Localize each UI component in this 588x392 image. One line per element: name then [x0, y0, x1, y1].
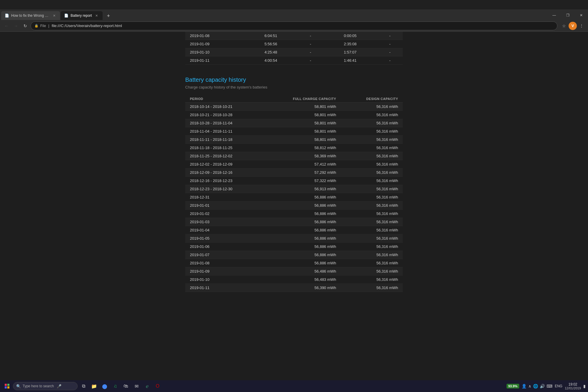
- usage-table-row: 2019-01-11 4:00:54 - 1:46:41 -: [185, 56, 403, 65]
- cap-design: 56,316 mWh: [341, 193, 403, 201]
- capacity-table-row: 2019-01-01 56,886 mWh 56,316 mWh: [185, 201, 403, 210]
- window-controls: — ❒ ✕: [547, 11, 588, 20]
- cap-design: 56,316 mWh: [341, 111, 403, 119]
- tab-1-title: How to fix the Wrong estimate t...: [11, 14, 49, 18]
- usage-table-row: 2019-01-09 5:56:56 - 2:35:08 -: [185, 40, 403, 48]
- cap-design: 56,316 mWh: [341, 259, 403, 267]
- cap-period: 2019-01-10: [185, 276, 262, 284]
- close-button[interactable]: ✕: [574, 11, 588, 20]
- cap-full-charge: 56,390 mWh: [262, 284, 341, 292]
- cap-full-charge: 56,886 mWh: [262, 243, 341, 251]
- capacity-table-row: 2018-12-16 - 2018-12-23 57,322 mWh 56,31…: [185, 177, 403, 185]
- usage-period: 2019-01-08: [185, 32, 244, 40]
- capacity-table-row: 2019-01-07 56,886 mWh 56,316 mWh: [185, 251, 403, 259]
- usage-ac-off: -: [298, 32, 323, 40]
- cap-full-charge: 56,886 mWh: [262, 234, 341, 243]
- capacity-table-row: 2018-10-21 - 2018-10-28 58,801 mWh 56,31…: [185, 111, 403, 119]
- forward-button[interactable]: →: [12, 22, 20, 30]
- cap-full-charge: 56,886 mWh: [262, 226, 341, 234]
- star-button[interactable]: ☆: [560, 22, 568, 30]
- menu-button[interactable]: ⋮: [577, 22, 586, 30]
- tab-2[interactable]: 📄 Battery report ✕: [61, 11, 103, 20]
- col-full-charge-header: FULL CHARGE CAPACITY: [262, 95, 341, 103]
- tab-1-favicon: 📄: [5, 14, 9, 18]
- cap-full-charge: 56,483 mWh: [262, 276, 341, 284]
- usage-ac-off: -: [298, 56, 323, 65]
- usage-dc-off: -: [377, 56, 403, 65]
- usage-dc-off: -: [377, 32, 403, 40]
- cap-full-charge: 57,412 mWh: [262, 160, 341, 169]
- capacity-table-row: 2019-01-10 56,483 mWh 56,316 mWh: [185, 276, 403, 284]
- cap-design: 56,316 mWh: [341, 218, 403, 226]
- cap-design: 56,316 mWh: [341, 210, 403, 218]
- refresh-button[interactable]: ↻: [21, 22, 29, 30]
- cap-period: 2018-10-21 - 2018-10-28: [185, 111, 262, 119]
- url-actions: ☆ V ⋮: [560, 22, 586, 30]
- usage-dc-on: 2:35:08: [323, 40, 377, 48]
- new-tab-button[interactable]: +: [104, 12, 113, 20]
- capacity-table-row: 2018-11-04 - 2018-11-11 58,801 mWh 56,31…: [185, 127, 403, 136]
- cap-period: 2019-01-06: [185, 243, 262, 251]
- usage-ac-off: -: [298, 40, 323, 48]
- cap-full-charge: 58,801 mWh: [262, 119, 341, 127]
- tab-1[interactable]: 📄 How to fix the Wrong estimate t... ✕: [1, 11, 60, 20]
- capacity-table-row: 2019-01-06 56,886 mWh 56,316 mWh: [185, 243, 403, 251]
- cap-design: 56,316 mWh: [341, 234, 403, 243]
- cap-design: 56,316 mWh: [341, 160, 403, 169]
- cap-period: 2018-11-11 - 2018-11-18: [185, 136, 262, 144]
- section-subtitle: Charge capacity history of the system's …: [185, 85, 403, 89]
- cap-period: 2019-01-11: [185, 284, 262, 292]
- usage-period: 2019-01-11: [185, 56, 244, 65]
- capacity-table-row: 2018-12-31 56,886 mWh 56,316 mWh: [185, 193, 403, 201]
- cap-period: 2019-01-09: [185, 267, 262, 276]
- tab-2-close[interactable]: ✕: [94, 13, 99, 18]
- usage-dc-off: -: [377, 48, 403, 56]
- cap-design: 56,316 mWh: [341, 276, 403, 284]
- tab-1-close[interactable]: ✕: [52, 13, 56, 18]
- cap-period: 2018-10-28 - 2018-11-04: [185, 119, 262, 127]
- cap-full-charge: 57,322 mWh: [262, 177, 341, 185]
- capacity-table-row: 2018-10-14 - 2018-10-21 58,801 mWh 56,31…: [185, 103, 403, 111]
- capacity-table-row: 2018-11-11 - 2018-11-18 58,801 mWh 56,31…: [185, 136, 403, 144]
- cap-period: 2018-12-23 - 2018-12-30: [185, 185, 262, 193]
- capacity-history-section: Battery capacity history Charge capacity…: [185, 76, 403, 292]
- cap-design: 56,316 mWh: [341, 136, 403, 144]
- capacity-table-row: 2018-10-28 - 2018-11-04 58,801 mWh 56,31…: [185, 119, 403, 127]
- cap-full-charge: 56,886 mWh: [262, 259, 341, 267]
- user-avatar[interactable]: V: [569, 22, 577, 30]
- usage-ac-on: 6:04:51: [244, 32, 298, 40]
- cap-design: 56,316 mWh: [341, 127, 403, 136]
- cap-design: 56,316 mWh: [341, 243, 403, 251]
- usage-history-table: 2019-01-08 6:04:51 - 0:00:05 - 2019-01-0…: [185, 32, 403, 65]
- url-bar[interactable]: 🔒 File | file:///C:/Users/Veerain/batter…: [31, 21, 557, 30]
- usage-ac-off: -: [298, 48, 323, 56]
- cap-design: 56,316 mWh: [341, 251, 403, 259]
- url-separator: |: [48, 24, 49, 28]
- cap-full-charge: 58,812 mWh: [262, 144, 341, 152]
- cap-period: 2018-12-09 - 2018-12-16: [185, 169, 262, 177]
- cap-period: 2018-10-14 - 2018-10-21: [185, 103, 262, 111]
- maximize-button[interactable]: ❒: [561, 11, 574, 20]
- cap-design: 56,316 mWh: [341, 144, 403, 152]
- tab-2-favicon: 📄: [64, 14, 68, 18]
- cap-design: 56,316 mWh: [341, 226, 403, 234]
- back-button[interactable]: ←: [2, 22, 11, 30]
- cap-full-charge: 58,801 mWh: [262, 103, 341, 111]
- usage-dc-on: 1:57:07: [323, 48, 377, 56]
- capacity-table-row: 2018-12-23 - 2018-12-30 56,913 mWh 56,31…: [185, 185, 403, 193]
- title-bar: [0, 0, 588, 9]
- col-period-header: PERIOD: [185, 95, 262, 103]
- cap-design: 56,316 mWh: [341, 201, 403, 210]
- usage-period: 2019-01-10: [185, 48, 244, 56]
- capacity-table-row: 2018-11-25 - 2018-12-02 58,369 mWh 56,31…: [185, 152, 403, 160]
- cap-full-charge: 58,801 mWh: [262, 111, 341, 119]
- address-bar: ← → ↻ 🔒 File | file:///C:/Users/Veerain/…: [0, 20, 588, 32]
- usage-dc-on: 0:00:05: [323, 32, 377, 40]
- usage-period: 2019-01-09: [185, 40, 244, 48]
- minimize-button[interactable]: —: [547, 11, 561, 20]
- cap-period: 2019-01-02: [185, 210, 262, 218]
- tabs-bar: 📄 How to fix the Wrong estimate t... ✕ 📄…: [0, 9, 588, 20]
- cap-design: 56,316 mWh: [341, 119, 403, 127]
- cap-design: 56,316 mWh: [341, 169, 403, 177]
- cap-period: 2019-01-03: [185, 218, 262, 226]
